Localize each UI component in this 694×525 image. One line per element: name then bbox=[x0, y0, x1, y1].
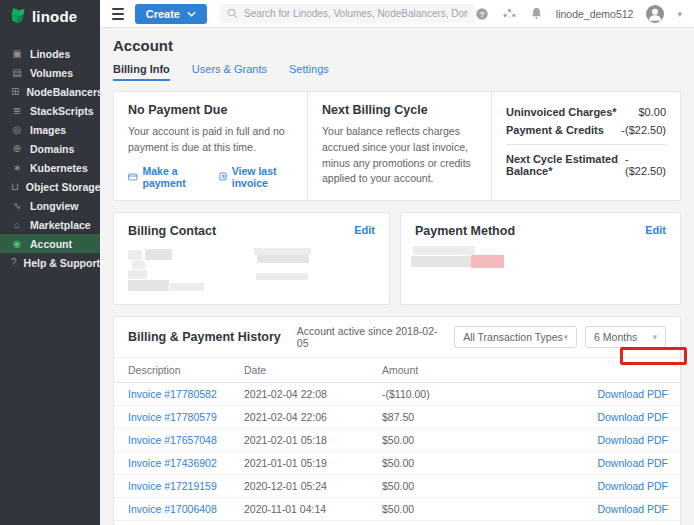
table-header-row: Description Date Amount bbox=[114, 357, 680, 382]
create-button[interactable]: Create bbox=[135, 4, 207, 24]
notifications-bell-icon[interactable] bbox=[530, 7, 543, 21]
search-bar bbox=[220, 4, 475, 23]
invoice-link[interactable]: Invoice #17780579 bbox=[114, 405, 244, 428]
billing-history-title: Billing & Payment History bbox=[128, 330, 281, 344]
tab[interactable]: Settings bbox=[289, 63, 329, 81]
sidebar-item[interactable]: ⊞ NodeBalancers bbox=[0, 82, 100, 101]
totals-label: Next Cycle Estimated Balance* bbox=[506, 153, 625, 177]
svg-text:?: ? bbox=[479, 9, 484, 18]
download-pdf-link[interactable]: Download PDF bbox=[584, 474, 680, 497]
invoice-link[interactable]: Invoice #17657048 bbox=[114, 428, 244, 451]
invoice-date: 2020-11-01 04:14 bbox=[244, 497, 382, 520]
invoice-icon: $ bbox=[219, 171, 227, 182]
hamburger-menu-icon[interactable] bbox=[112, 8, 124, 20]
tab[interactable]: Billing Info bbox=[113, 63, 170, 81]
billing-contact-edit-link[interactable]: Edit bbox=[354, 224, 375, 236]
brand-logo[interactable]: linode bbox=[0, 0, 100, 32]
download-pdf-link[interactable]: Download PDF bbox=[584, 451, 680, 474]
sidebar-item[interactable]: ▣ Linodes bbox=[0, 44, 100, 63]
domains-icon: ⊕ bbox=[11, 144, 23, 154]
linode-logo-icon bbox=[10, 7, 26, 25]
sidebar-item[interactable]: ◎ Images bbox=[0, 120, 100, 139]
sidebar-item-label: StackScripts bbox=[30, 105, 94, 117]
sidebar-item[interactable]: ⌂ Marketplace bbox=[0, 215, 100, 234]
sidebar-item[interactable]: ⊕ Domains bbox=[0, 139, 100, 158]
redacted-text bbox=[254, 248, 311, 255]
transaction-type-select[interactable]: All Transaction Types ▾ bbox=[454, 326, 577, 348]
download-pdf-link[interactable]: Download PDF bbox=[584, 520, 680, 525]
no-payment-due-title: No Payment Due bbox=[128, 103, 293, 117]
sidebar-item-label: Marketplace bbox=[30, 219, 91, 231]
help-icon[interactable]: ? bbox=[475, 7, 489, 21]
sidebar-item[interactable]: ⊔ Object Storage bbox=[0, 177, 100, 196]
make-payment-link[interactable]: Make a payment bbox=[128, 165, 202, 189]
payment-method-edit-link[interactable]: Edit bbox=[645, 224, 666, 236]
sidebar-item[interactable]: ≣ StackScripts bbox=[0, 101, 100, 120]
sidebar-item[interactable]: ? Help & Support bbox=[0, 253, 100, 272]
sidebar-item-label: Images bbox=[30, 124, 66, 136]
user-menu-chevron-icon[interactable]: ▾ bbox=[677, 9, 682, 19]
tab[interactable]: Users & Grants bbox=[192, 63, 267, 81]
view-last-invoice-link[interactable]: $ View last invoice bbox=[219, 165, 293, 189]
sidebar-item-label: Volumes bbox=[30, 67, 73, 79]
invoice-link[interactable]: Invoice #17219159 bbox=[114, 474, 244, 497]
invoice-date: 2020-12-01 05:24 bbox=[244, 474, 382, 497]
nodebalancers-icon: ⊞ bbox=[11, 87, 19, 97]
sidebar-item[interactable]: ▤ Volumes bbox=[0, 63, 100, 82]
redacted-text bbox=[411, 256, 471, 267]
next-billing-cycle-body: Your balance reflects charges accrued si… bbox=[322, 124, 477, 187]
table-row: Invoice #17219159 2020-12-01 05:24 $50.0… bbox=[114, 474, 680, 497]
sidebar-item[interactable]: ◉ Account bbox=[0, 234, 100, 253]
search-icon bbox=[227, 8, 238, 19]
billing-history-card: Billing & Payment History Account active… bbox=[113, 316, 681, 525]
redacted-text bbox=[257, 255, 309, 263]
table-row: Invoice #17657048 2021-02-01 05:18 $50.0… bbox=[114, 428, 680, 451]
totals-value: $0.00 bbox=[638, 106, 666, 118]
billing-totals-section: Uninvoiced Charges* $0.00 Payment & Cred… bbox=[492, 92, 680, 200]
sidebar-item[interactable]: ∿ Longview bbox=[0, 196, 100, 215]
invoice-date: 2021-02-04 22:08 bbox=[244, 382, 382, 405]
totals-row: Uninvoiced Charges* $0.00 bbox=[506, 103, 666, 121]
redacted-text bbox=[145, 249, 172, 260]
chevron-down-icon bbox=[187, 11, 196, 17]
stackscripts-icon: ≣ bbox=[11, 106, 23, 116]
search-input[interactable] bbox=[244, 8, 468, 19]
time-range-select[interactable]: 6 Months ▾ bbox=[585, 326, 666, 348]
account-active-since: Account active since 2018-02-05 bbox=[297, 325, 442, 349]
download-pdf-link[interactable]: Download PDF bbox=[584, 497, 680, 520]
billing-contact-card: Billing Contact Edit bbox=[113, 212, 390, 305]
invoice-amount: $50.00 bbox=[382, 451, 584, 474]
avatar[interactable] bbox=[646, 5, 664, 23]
sidebar-item[interactable]: ∗ Kubernetes bbox=[0, 158, 100, 177]
totals-label: Uninvoiced Charges* bbox=[506, 106, 617, 118]
page-title: Account bbox=[113, 37, 681, 54]
download-pdf-link[interactable]: Download PDF bbox=[584, 405, 680, 428]
invoice-link[interactable]: Invoice #17006408 bbox=[114, 497, 244, 520]
tab-bar: Billing Info Users & Grants Settings bbox=[113, 63, 681, 81]
redacted-text bbox=[132, 261, 145, 269]
download-pdf-link[interactable]: Download PDF bbox=[584, 428, 680, 451]
payment-method-card: Payment Method Edit bbox=[400, 212, 681, 305]
invoice-date: 2021-02-01 05:18 bbox=[244, 428, 382, 451]
totals-value: -($22.50) bbox=[625, 153, 666, 177]
invoice-amount: $50.00 bbox=[382, 428, 584, 451]
sidebar-item-label: Help & Support bbox=[24, 257, 100, 269]
sidebar-item-label: Longview bbox=[30, 200, 78, 212]
redacted-text bbox=[413, 246, 475, 255]
next-billing-cycle-title: Next Billing Cycle bbox=[322, 103, 477, 117]
username-label[interactable]: linode_demo512 bbox=[556, 8, 634, 20]
invoice-link[interactable]: Invoice #17780582 bbox=[114, 382, 244, 405]
invoice-link[interactable]: Invoice #17436902 bbox=[114, 451, 244, 474]
download-pdf-link[interactable]: Download PDF bbox=[584, 382, 680, 405]
invoice-date: 2020-10-01 04:36 bbox=[244, 520, 382, 525]
payment-method-title: Payment Method bbox=[415, 224, 515, 238]
redacted-text bbox=[128, 250, 142, 260]
invoice-link[interactable]: Invoice #16796315 bbox=[114, 520, 244, 525]
redacted-text bbox=[256, 273, 308, 280]
billing-history-table: Description Date Amount Invoice #1778058… bbox=[114, 357, 680, 525]
invoice-amount: $50.00 bbox=[382, 520, 584, 525]
community-icon[interactable] bbox=[502, 7, 517, 20]
topbar: Create ? linode_demo512 ▾ bbox=[100, 0, 694, 28]
invoice-date: 2021-02-04 22:06 bbox=[244, 405, 382, 428]
volumes-icon: ▤ bbox=[11, 68, 23, 78]
